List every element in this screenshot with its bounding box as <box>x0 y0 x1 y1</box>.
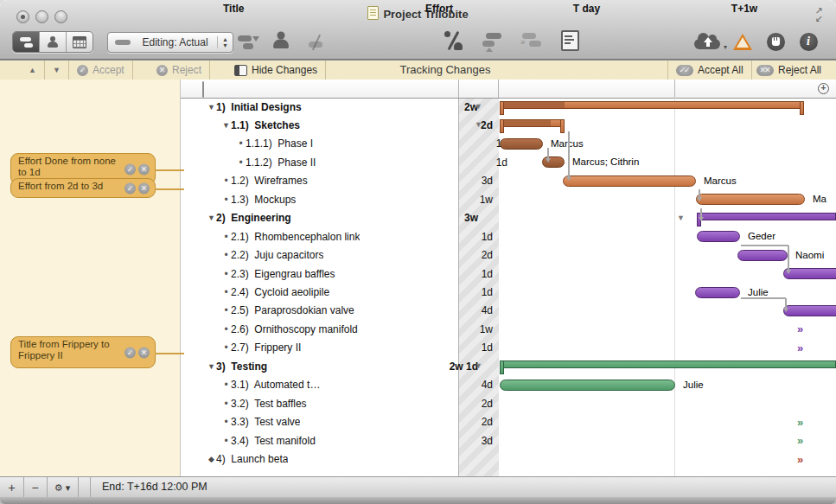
task-title[interactable]: 2) Engineering <box>216 212 291 224</box>
stop-publishing-button[interactable] <box>764 31 787 52</box>
task-effort[interactable]: 4d <box>482 304 493 316</box>
task-title[interactable]: 3) Testing <box>216 360 267 373</box>
timeline-zoom-icon[interactable]: + <box>818 83 829 94</box>
task-row[interactable]: •2.2) Juju capacitors2d <box>181 246 499 265</box>
offscreen-task-indicator[interactable]: » <box>797 453 803 466</box>
task-title[interactable]: 2.1) Rhombencephalon link <box>231 231 360 243</box>
task-row[interactable]: •2.1) Rhombencephalon link1d <box>181 227 499 246</box>
task-title[interactable]: 4) Launch beta <box>216 453 288 465</box>
task-title[interactable]: 1.1.1) Phase I <box>246 137 313 150</box>
note-accept-icon[interactable]: ✓ <box>124 347 136 358</box>
unassign-resource-button[interactable] <box>304 33 329 52</box>
task-row[interactable]: •2.3) Eigengrau baffles1d <box>181 265 499 283</box>
assignments-button[interactable] <box>441 29 467 52</box>
task-row[interactable]: ▼2) Engineering3w <box>181 209 484 227</box>
task-title[interactable]: 2.7) Frippery II <box>231 341 301 354</box>
gantt-task-bar[interactable] <box>737 250 788 261</box>
previous-change-button[interactable]: ▲ <box>21 61 45 80</box>
task-title[interactable]: 1.2) Wireframes <box>231 175 308 187</box>
task-effort[interactable]: 1d <box>482 231 493 243</box>
gantt-task-bar[interactable] <box>696 194 805 205</box>
note-accept-icon[interactable]: ✓ <box>124 182 136 194</box>
tab-gantt-view[interactable] <box>13 32 40 52</box>
task-effort[interactable]: 1d <box>482 341 493 354</box>
task-row[interactable]: •1.2) Wireframes3d <box>181 172 499 190</box>
task-row[interactable]: •2.7) Frippery II1d <box>181 339 499 357</box>
task-row[interactable]: •3.2) Test baffles2d <box>181 394 499 412</box>
group-task-button[interactable] <box>235 33 259 52</box>
gantt-task-bar[interactable] <box>783 268 836 279</box>
disclosure-triangle-icon[interactable]: ▼ <box>221 121 231 130</box>
task-title[interactable]: 3.2) Test baffles <box>231 398 307 410</box>
offscreen-task-indicator[interactable]: » <box>797 341 803 354</box>
gantt-task-bar[interactable] <box>500 138 543 150</box>
change-disclosure-icon[interactable]: ▼ <box>475 361 482 370</box>
level-resources-button[interactable] <box>477 29 507 52</box>
timeline-header-tday[interactable]: T day <box>499 3 674 15</box>
task-effort[interactable]: 1d <box>482 268 493 280</box>
hide-changes-button[interactable]: Hide Changes <box>227 61 326 80</box>
task-title[interactable]: 2.6) Ornithoscopy manifold <box>231 323 358 335</box>
task-effort[interactable]: 4d <box>482 379 493 391</box>
gantt-group-bar[interactable] <box>697 213 836 220</box>
offscreen-task-indicator[interactable]: » <box>797 434 803 447</box>
offscreen-task-indicator[interactable]: » <box>797 322 803 335</box>
add-resource-button[interactable] <box>270 29 292 52</box>
change-note[interactable]: Effort from 2d to 3d✓✕ <box>10 178 156 198</box>
remove-task-button[interactable]: − <box>23 477 48 498</box>
disclosure-triangle-icon[interactable]: ▼ <box>207 103 216 112</box>
task-effort[interactable]: 2d <box>481 119 493 131</box>
task-title[interactable]: 3.1) Automated t… <box>231 379 320 391</box>
gantt-group-bar[interactable] <box>500 119 565 127</box>
note-accept-icon[interactable]: ✓ <box>124 163 136 175</box>
gantt-task-bar[interactable] <box>695 287 740 298</box>
add-task-button[interactable]: + <box>0 477 24 498</box>
note-reject-icon[interactable]: ✕ <box>138 182 150 194</box>
violations-button[interactable] <box>731 31 754 52</box>
publish-button[interactable]: ▾ <box>692 29 723 53</box>
task-row[interactable]: •2.4) Cycloid aeolipile1d <box>181 284 499 302</box>
accept-change-button[interactable]: ✓ Accept <box>69 61 133 80</box>
inspector-button[interactable]: i <box>797 31 820 52</box>
task-effort[interactable]: 2d <box>482 416 493 428</box>
task-title[interactable]: 1.3) Mockups <box>231 194 296 206</box>
disclosure-triangle-icon[interactable]: ▼ <box>207 362 216 371</box>
task-effort[interactable]: 1w <box>480 194 493 206</box>
task-title[interactable]: 2.4) Cycloid aeolipile <box>231 286 329 298</box>
task-title[interactable]: 2.5) Paraprosdokian valve <box>231 304 354 316</box>
shift-tasks-button[interactable]: » <box>517 29 546 52</box>
gantt-task-bar[interactable] <box>500 380 675 391</box>
change-disclosure-icon[interactable]: ▼ <box>475 120 482 129</box>
tab-calendar-view[interactable] <box>67 32 93 52</box>
task-title[interactable]: 3.4) Test manifold <box>231 435 316 447</box>
disclosure-triangle-icon[interactable]: ▼ <box>207 214 216 222</box>
timeline-header-t1w[interactable]: T+1w <box>675 3 814 15</box>
task-effort[interactable]: 2w 1d <box>450 360 478 373</box>
task-effort[interactable]: 2d <box>482 398 493 410</box>
gantt-task-bar[interactable] <box>783 305 836 316</box>
reject-change-button[interactable]: ✕ Reject <box>149 61 210 80</box>
change-note[interactable]: Title from Frippery to Frippery II✓✕ <box>10 336 156 368</box>
task-row[interactable]: •2.5) Paraprosdokian valve4d <box>181 302 499 320</box>
next-change-button[interactable]: ▼ <box>45 61 69 80</box>
title-column-header[interactable]: Title <box>223 3 244 15</box>
change-disclosure-icon[interactable]: ▼ <box>677 214 685 222</box>
offscreen-task-indicator[interactable]: » <box>797 416 803 429</box>
gantt-task-bar[interactable] <box>697 231 740 242</box>
task-row[interactable]: •1.1.2) Phase II1d <box>181 153 514 171</box>
task-title[interactable]: 1.1.2) Phase II <box>246 156 316 169</box>
task-title[interactable]: 1) Initial Designs <box>216 101 302 113</box>
gantt-task-bar[interactable] <box>563 175 696 187</box>
task-row[interactable]: •3.3) Test valve2d <box>181 413 499 431</box>
task-title[interactable]: 2.3) Eigengrau baffles <box>231 268 335 280</box>
change-disclosure-icon[interactable]: ▼ <box>475 102 482 111</box>
task-title[interactable]: 1.1) Sketches <box>231 119 300 131</box>
task-row[interactable]: •1.3) Mockups1w <box>181 190 499 208</box>
task-row[interactable]: •2.6) Ornithoscopy manifold1w <box>181 320 499 338</box>
task-row[interactable]: •3.1) Automated t…4d <box>181 376 499 394</box>
task-title[interactable]: 3.3) Test valve <box>231 416 300 428</box>
task-row[interactable]: ▼1) Initial Designs2w <box>181 98 484 116</box>
note-reject-icon[interactable]: ✕ <box>138 163 150 175</box>
task-row[interactable]: ▼1.1) Sketches2d <box>181 116 499 134</box>
notes-button[interactable] <box>557 29 583 53</box>
